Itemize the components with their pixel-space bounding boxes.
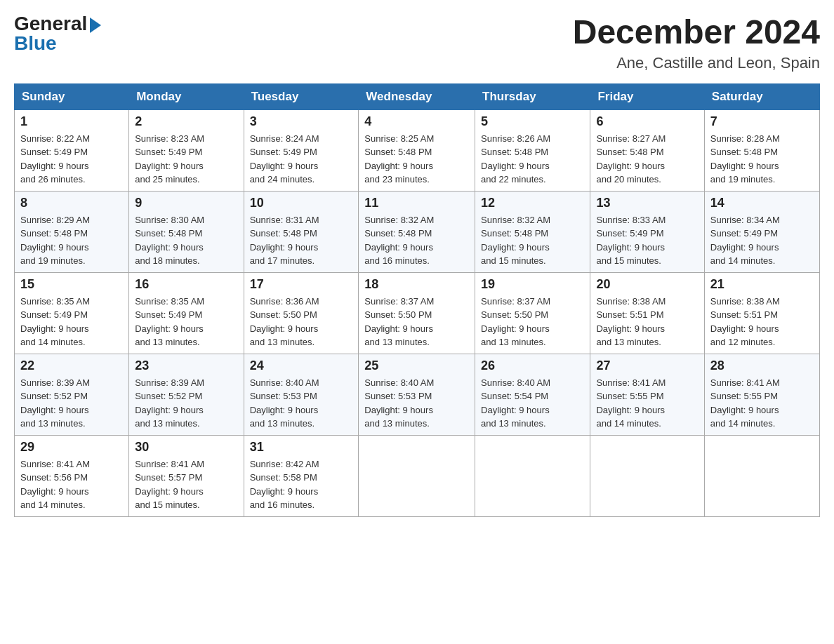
day-info: Sunrise: 8:41 AMSunset: 5:55 PMDaylight:…: [596, 376, 698, 431]
location-text: Ane, Castille and Leon, Spain: [573, 54, 820, 72]
day-info: Sunrise: 8:42 AMSunset: 5:58 PMDaylight:…: [250, 457, 353, 512]
header-monday: Monday: [129, 83, 244, 109]
day-info: Sunrise: 8:24 AMSunset: 5:49 PMDaylight:…: [250, 132, 353, 187]
logo: General Blue: [14, 14, 101, 53]
day-info: Sunrise: 8:26 AMSunset: 5:48 PMDaylight:…: [481, 132, 584, 187]
day-number: 17: [250, 277, 353, 292]
calendar-cell: 28Sunrise: 8:41 AMSunset: 5:55 PMDayligh…: [704, 354, 819, 435]
calendar-cell: 24Sunrise: 8:40 AMSunset: 5:53 PMDayligh…: [244, 354, 359, 435]
day-number: 12: [481, 196, 584, 210]
calendar-cell: 12Sunrise: 8:32 AMSunset: 5:48 PMDayligh…: [475, 191, 590, 272]
day-number: 26: [481, 358, 584, 373]
calendar-week-row: 29Sunrise: 8:41 AMSunset: 5:56 PMDayligh…: [15, 435, 820, 516]
calendar-cell: 25Sunrise: 8:40 AMSunset: 5:53 PMDayligh…: [359, 354, 475, 435]
header-thursday: Thursday: [475, 83, 590, 109]
calendar-cell: 17Sunrise: 8:36 AMSunset: 5:50 PMDayligh…: [244, 272, 359, 354]
day-number: 19: [481, 277, 584, 292]
calendar-cell: 3Sunrise: 8:24 AMSunset: 5:49 PMDaylight…: [244, 109, 359, 191]
day-info: Sunrise: 8:30 AMSunset: 5:48 PMDaylight:…: [135, 213, 237, 268]
day-number: 21: [710, 277, 814, 292]
calendar-cell: 13Sunrise: 8:33 AMSunset: 5:49 PMDayligh…: [590, 191, 704, 272]
day-number: 7: [710, 114, 814, 129]
day-number: 4: [364, 114, 469, 129]
calendar-cell: 7Sunrise: 8:28 AMSunset: 5:48 PMDaylight…: [704, 109, 819, 191]
day-info: Sunrise: 8:41 AMSunset: 5:55 PMDaylight:…: [710, 376, 814, 431]
day-number: 6: [596, 114, 698, 129]
logo-blue-text: Blue: [14, 34, 57, 53]
calendar-week-row: 1Sunrise: 8:22 AMSunset: 5:49 PMDaylight…: [15, 109, 820, 191]
calendar-cell: 5Sunrise: 8:26 AMSunset: 5:48 PMDaylight…: [475, 109, 590, 191]
day-number: 1: [20, 114, 123, 129]
calendar-cell: [590, 435, 704, 516]
day-info: Sunrise: 8:27 AMSunset: 5:48 PMDaylight:…: [596, 132, 698, 187]
day-number: 20: [596, 277, 698, 292]
day-info: Sunrise: 8:25 AMSunset: 5:48 PMDaylight:…: [364, 132, 469, 187]
calendar-cell: 31Sunrise: 8:42 AMSunset: 5:58 PMDayligh…: [244, 435, 359, 516]
day-info: Sunrise: 8:23 AMSunset: 5:49 PMDaylight:…: [135, 132, 237, 187]
day-number: 11: [364, 196, 469, 210]
header-sunday: Sunday: [15, 83, 129, 109]
day-info: Sunrise: 8:40 AMSunset: 5:54 PMDaylight:…: [481, 376, 584, 431]
calendar-cell: 21Sunrise: 8:38 AMSunset: 5:51 PMDayligh…: [704, 272, 819, 354]
calendar-cell: 19Sunrise: 8:37 AMSunset: 5:50 PMDayligh…: [475, 272, 590, 354]
calendar-cell: 18Sunrise: 8:37 AMSunset: 5:50 PMDayligh…: [359, 272, 475, 354]
logo-general-text: General: [14, 14, 87, 34]
day-info: Sunrise: 8:38 AMSunset: 5:51 PMDaylight:…: [710, 295, 814, 349]
calendar-cell: 2Sunrise: 8:23 AMSunset: 5:49 PMDaylight…: [129, 109, 244, 191]
calendar-cell: 27Sunrise: 8:41 AMSunset: 5:55 PMDayligh…: [590, 354, 704, 435]
day-info: Sunrise: 8:36 AMSunset: 5:50 PMDaylight:…: [250, 295, 353, 349]
calendar-cell: 10Sunrise: 8:31 AMSunset: 5:48 PMDayligh…: [244, 191, 359, 272]
day-info: Sunrise: 8:41 AMSunset: 5:57 PMDaylight:…: [135, 457, 237, 512]
day-number: 28: [710, 358, 814, 373]
calendar-cell: 26Sunrise: 8:40 AMSunset: 5:54 PMDayligh…: [475, 354, 590, 435]
day-number: 3: [250, 114, 353, 129]
header-row: Sunday Monday Tuesday Wednesday Thursday…: [15, 83, 820, 109]
calendar-cell: 14Sunrise: 8:34 AMSunset: 5:49 PMDayligh…: [704, 191, 819, 272]
day-info: Sunrise: 8:32 AMSunset: 5:48 PMDaylight:…: [481, 213, 584, 268]
day-number: 9: [135, 196, 237, 210]
day-info: Sunrise: 8:32 AMSunset: 5:48 PMDaylight:…: [364, 213, 469, 268]
calendar-cell: [359, 435, 475, 516]
day-info: Sunrise: 8:22 AMSunset: 5:49 PMDaylight:…: [20, 132, 123, 187]
calendar-cell: 11Sunrise: 8:32 AMSunset: 5:48 PMDayligh…: [359, 191, 475, 272]
day-number: 25: [364, 358, 469, 373]
day-info: Sunrise: 8:39 AMSunset: 5:52 PMDaylight:…: [135, 376, 237, 431]
day-info: Sunrise: 8:31 AMSunset: 5:48 PMDaylight:…: [250, 213, 353, 268]
day-info: Sunrise: 8:29 AMSunset: 5:48 PMDaylight:…: [20, 213, 123, 268]
header-friday: Friday: [590, 83, 704, 109]
calendar-cell: 30Sunrise: 8:41 AMSunset: 5:57 PMDayligh…: [129, 435, 244, 516]
day-number: 27: [596, 358, 698, 373]
calendar-week-row: 22Sunrise: 8:39 AMSunset: 5:52 PMDayligh…: [15, 354, 820, 435]
day-number: 30: [135, 440, 237, 455]
day-number: 24: [250, 358, 353, 373]
day-number: 2: [135, 114, 237, 129]
header-tuesday: Tuesday: [244, 83, 359, 109]
title-block: December 2024 Ane, Castille and Leon, Sp…: [573, 14, 820, 72]
calendar-header: Sunday Monday Tuesday Wednesday Thursday…: [15, 83, 820, 109]
calendar-cell: 9Sunrise: 8:30 AMSunset: 5:48 PMDaylight…: [129, 191, 244, 272]
day-number: 14: [710, 196, 814, 210]
calendar-cell: 1Sunrise: 8:22 AMSunset: 5:49 PMDaylight…: [15, 109, 129, 191]
day-info: Sunrise: 8:34 AMSunset: 5:49 PMDaylight:…: [710, 213, 814, 268]
calendar-cell: 16Sunrise: 8:35 AMSunset: 5:49 PMDayligh…: [129, 272, 244, 354]
day-number: 13: [596, 196, 698, 210]
day-info: Sunrise: 8:35 AMSunset: 5:49 PMDaylight:…: [135, 295, 237, 349]
header-saturday: Saturday: [704, 83, 819, 109]
day-info: Sunrise: 8:38 AMSunset: 5:51 PMDaylight:…: [596, 295, 698, 349]
day-number: 18: [364, 277, 469, 292]
day-info: Sunrise: 8:28 AMSunset: 5:48 PMDaylight:…: [710, 132, 814, 187]
day-info: Sunrise: 8:37 AMSunset: 5:50 PMDaylight:…: [364, 295, 469, 349]
page-header: General Blue December 2024 Ane, Castille…: [14, 14, 820, 72]
day-number: 10: [250, 196, 353, 210]
day-number: 16: [135, 277, 237, 292]
calendar-cell: 20Sunrise: 8:38 AMSunset: 5:51 PMDayligh…: [590, 272, 704, 354]
day-number: 31: [250, 440, 353, 455]
calendar-cell: 4Sunrise: 8:25 AMSunset: 5:48 PMDaylight…: [359, 109, 475, 191]
calendar-week-row: 15Sunrise: 8:35 AMSunset: 5:49 PMDayligh…: [15, 272, 820, 354]
day-info: Sunrise: 8:40 AMSunset: 5:53 PMDaylight:…: [364, 376, 469, 431]
calendar-cell: 6Sunrise: 8:27 AMSunset: 5:48 PMDaylight…: [590, 109, 704, 191]
calendar-cell: 15Sunrise: 8:35 AMSunset: 5:49 PMDayligh…: [15, 272, 129, 354]
calendar-cell: [704, 435, 819, 516]
day-number: 22: [20, 358, 123, 373]
calendar-cell: 29Sunrise: 8:41 AMSunset: 5:56 PMDayligh…: [15, 435, 129, 516]
